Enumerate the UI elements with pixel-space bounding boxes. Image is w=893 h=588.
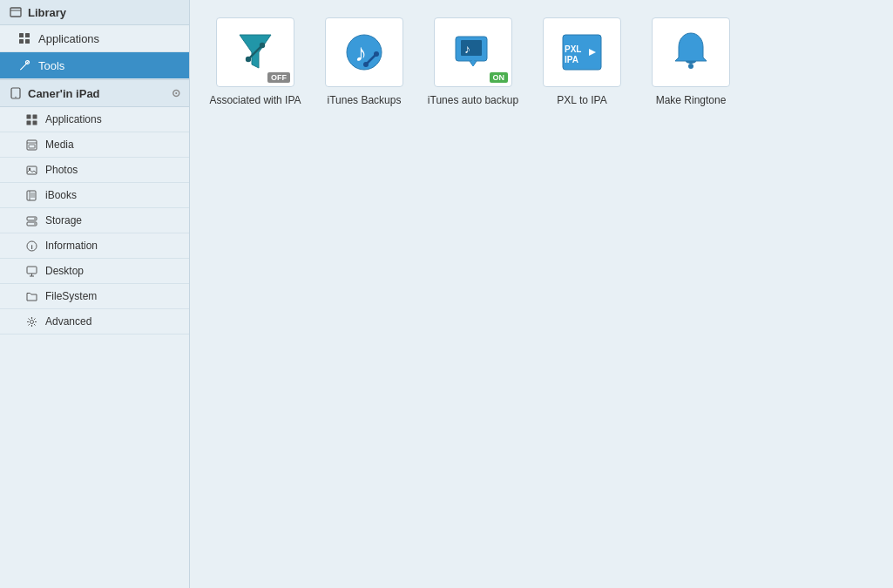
svg-point-8 <box>15 97 16 98</box>
tool-card-itunes-auto-backup[interactable]: ♪ ON iTunes auto backup <box>425 17 521 106</box>
library-icon <box>9 5 23 19</box>
sidebar-item-advanced[interactable]: Advanced <box>0 309 189 335</box>
svg-rect-12 <box>32 120 37 125</box>
sub-media-label: Media <box>45 139 74 151</box>
sidebar-item-information[interactable]: i Information <box>0 233 189 259</box>
folder-icon <box>24 289 38 303</box>
associated-ipa-icon: OFF <box>216 17 294 87</box>
svg-line-37 <box>28 318 30 320</box>
svg-line-40 <box>28 324 30 326</box>
sidebar-item-storage[interactable]: Storage <box>0 208 189 233</box>
device-label: Caner'in iPad <box>28 87 100 100</box>
itunes-auto-backup-label: iTunes auto backup <box>428 94 518 106</box>
tools-label: Tools <box>38 59 64 72</box>
sidebar-item-photos[interactable]: Photos <box>0 158 189 183</box>
sub-photos-label: Photos <box>45 164 78 176</box>
make-ringtone-label: Make Ringtone <box>656 94 727 106</box>
svg-rect-10 <box>32 114 37 118</box>
svg-rect-3 <box>25 33 30 37</box>
svg-rect-16 <box>27 166 37 174</box>
sidebar-item-applications[interactable]: Applications <box>0 107 189 132</box>
sidebar-item-desktop[interactable]: Desktop <box>0 259 189 284</box>
svg-point-25 <box>34 218 36 220</box>
make-ringtone-icon <box>652 17 730 87</box>
library-label: Library <box>28 6 66 19</box>
scroll-indicator: ⊙ <box>172 87 180 99</box>
tools-grid: OFF Associated with IPA ♪ <box>207 17 876 106</box>
svg-rect-18 <box>27 191 36 200</box>
sidebar-item-library-applications[interactable]: Applications <box>0 25 189 52</box>
tool-card-associated-ipa[interactable]: OFF Associated with IPA <box>207 17 303 106</box>
svg-text:♪: ♪ <box>464 42 470 56</box>
sub-filesystem-label: FileSystem <box>45 290 97 302</box>
apps-icon <box>17 31 31 45</box>
itunes-auto-backup-badge: ON <box>490 72 509 83</box>
svg-point-49 <box>374 51 379 57</box>
tool-card-itunes-backups[interactable]: ♪ iTunes Backups <box>316 17 412 106</box>
itunes-backups-label: iTunes Backups <box>328 94 402 106</box>
tool-card-make-ringtone[interactable]: Make Ringtone <box>643 17 739 106</box>
sub-storage-label: Storage <box>45 214 82 226</box>
advanced-icon <box>24 314 38 328</box>
ipad-icon <box>9 86 23 100</box>
svg-rect-4 <box>19 39 24 44</box>
sub-advanced-label: Advanced <box>45 315 91 328</box>
svg-text:IPA: IPA <box>565 55 578 64</box>
info-icon: i <box>24 239 38 253</box>
storage-icon <box>24 213 38 227</box>
sub-desktop-label: Desktop <box>45 265 84 277</box>
tools-icon <box>17 58 31 72</box>
sub-ibooks-label: iBooks <box>45 189 77 201</box>
sidebar: Library Applications Tools <box>0 0 190 588</box>
svg-rect-15 <box>29 145 35 148</box>
svg-point-43 <box>246 57 251 62</box>
svg-point-58 <box>688 64 693 69</box>
sub-apps-icon <box>24 112 38 126</box>
media-icon <box>24 138 38 152</box>
svg-rect-11 <box>26 120 30 125</box>
sub-applications-label: Applications <box>45 113 102 125</box>
svg-text:PXL: PXL <box>565 44 581 54</box>
pxl-to-ipa-icon: PXL IPA <box>543 17 621 87</box>
svg-rect-29 <box>27 267 37 274</box>
itunes-backups-icon: ♪ <box>325 17 403 87</box>
main-content: OFF Associated with IPA ♪ <box>190 0 893 588</box>
pxl-to-ipa-label: PXL to IPA <box>557 94 606 106</box>
svg-point-44 <box>260 43 265 48</box>
svg-point-26 <box>34 223 36 225</box>
photos-icon <box>24 163 38 177</box>
svg-point-48 <box>363 62 369 67</box>
sub-information-label: Information <box>45 240 98 252</box>
desktop-icon <box>24 264 38 278</box>
svg-line-39 <box>34 318 36 320</box>
itunes-auto-backup-icon: ♪ ON <box>434 17 512 87</box>
associated-ipa-label: Associated with IPA <box>209 94 301 106</box>
svg-point-32 <box>30 320 33 323</box>
svg-line-38 <box>34 324 36 326</box>
library-applications-label: Applications <box>38 32 99 45</box>
svg-rect-5 <box>25 39 30 44</box>
book-icon <box>24 188 38 202</box>
sidebar-item-filesystem[interactable]: FileSystem <box>0 284 189 309</box>
associated-ipa-badge: OFF <box>267 72 290 83</box>
library-header: Library <box>0 0 189 25</box>
sidebar-item-ibooks[interactable]: iBooks <box>0 183 189 208</box>
tool-card-pxl-to-ipa[interactable]: PXL IPA PXL to IPA <box>534 17 630 106</box>
sidebar-item-tools[interactable]: Tools <box>0 52 189 79</box>
sidebar-item-media[interactable]: Media <box>0 132 189 158</box>
svg-rect-9 <box>26 114 30 118</box>
svg-rect-2 <box>19 33 24 37</box>
svg-rect-0 <box>10 8 21 17</box>
device-header[interactable]: Caner'in iPad ⊙ <box>0 79 189 107</box>
svg-text:i: i <box>30 243 32 251</box>
